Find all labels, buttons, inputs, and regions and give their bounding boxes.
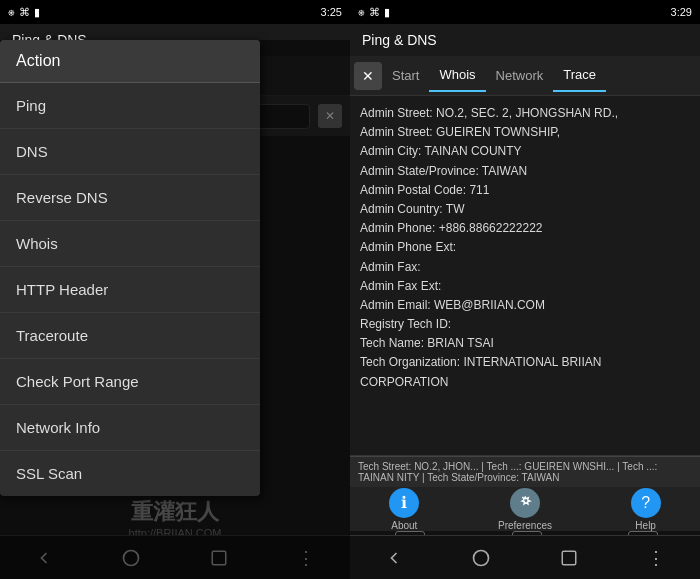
right-wifi-icon: ⌘ [369,6,380,19]
preferences-label: Preferences [498,520,552,531]
tab-network[interactable]: Network [486,60,554,91]
overlay-text: Tech Street: NO.2, JHON... | Tech ...: G… [350,456,700,487]
bluetooth-icon: ⎈ [8,6,15,18]
right-tab-bar: ✕ Start Whois Network Trace [350,56,700,96]
battery-icon: ▮ [34,6,40,19]
right-bottom-nav: ⋮ [350,535,700,579]
menu-button-right[interactable]: ⋮ [631,540,681,576]
menu-item-whois[interactable]: Whois [0,221,260,267]
right-status-time: 3:29 [671,6,692,18]
wifi-icon: ⌘ [19,6,30,19]
right-app-title: Ping & DNS [350,24,700,56]
home-button-right[interactable] [456,540,506,576]
right-battery-icon: ▮ [384,6,390,19]
tab-whois[interactable]: Whois [429,59,485,92]
menu-item-dns[interactable]: DNS [0,129,260,175]
menu-item-reverse-dns[interactable]: Reverse DNS [0,175,260,221]
help-button[interactable]: ? Help [623,484,669,535]
left-panel: ⎈ ⌘ ▮ 3:25 Ping & DNS ✕ Start ✕ Action P… [0,0,350,579]
left-status-bar: ⎈ ⌘ ▮ 3:25 [0,0,350,24]
menu-item-http-header[interactable]: HTTP Header [0,267,260,313]
right-time-display: 3:29 [671,6,692,18]
help-icon: ? [631,488,661,518]
toolbar-icons-row: ℹ About Preferences ? Help [350,487,700,531]
action-dropdown: Action Ping DNS Reverse DNS Whois HTTP H… [0,40,260,496]
right-panel: ⎈ ⌘ ▮ 3:29 Ping & DNS ✕ Start Whois Netw… [350,0,700,579]
dropdown-header: Action [0,40,260,83]
about-label: About [391,520,417,531]
help-label: Help [635,520,656,531]
about-button[interactable]: ℹ About [381,484,427,535]
tab-trace[interactable]: Trace [553,59,606,92]
menu-item-check-port-range[interactable]: Check Port Range [0,359,260,405]
back-button-right[interactable] [369,540,419,576]
left-status-time: 3:25 [321,6,342,18]
recents-button-right[interactable] [544,540,594,576]
svg-point-3 [474,550,489,565]
dropdown-overlay: Action Ping DNS Reverse DNS Whois HTTP H… [0,40,350,579]
right-close-button[interactable]: ✕ [354,62,382,90]
menu-item-network-info[interactable]: Network Info [0,405,260,451]
menu-item-traceroute[interactable]: Traceroute [0,313,260,359]
menu-item-ssl-scan[interactable]: SSL Scan [0,451,260,496]
right-status-icons: ⎈ ⌘ ▮ [358,6,390,19]
tab-start-right[interactable]: Start [382,60,429,91]
menu-item-ping[interactable]: Ping [0,83,260,129]
content-area: Admin Street: NO.2, SEC. 2, JHONGSHAN RD… [350,96,700,455]
svg-rect-4 [562,551,576,565]
about-icon: ℹ [389,488,419,518]
whois-content: Admin Street: NO.2, SEC. 2, JHONGSHAN RD… [360,104,690,392]
bottom-toolbar: Tech Street: NO.2, JHON... | Tech ...: G… [350,455,700,535]
left-status-icons: ⎈ ⌘ ▮ [8,6,40,19]
preferences-button[interactable]: Preferences [490,484,560,535]
right-status-bar: ⎈ ⌘ ▮ 3:29 [350,0,700,24]
right-bluetooth-icon: ⎈ [358,6,365,18]
preferences-icon [510,488,540,518]
time-display: 3:25 [321,6,342,18]
